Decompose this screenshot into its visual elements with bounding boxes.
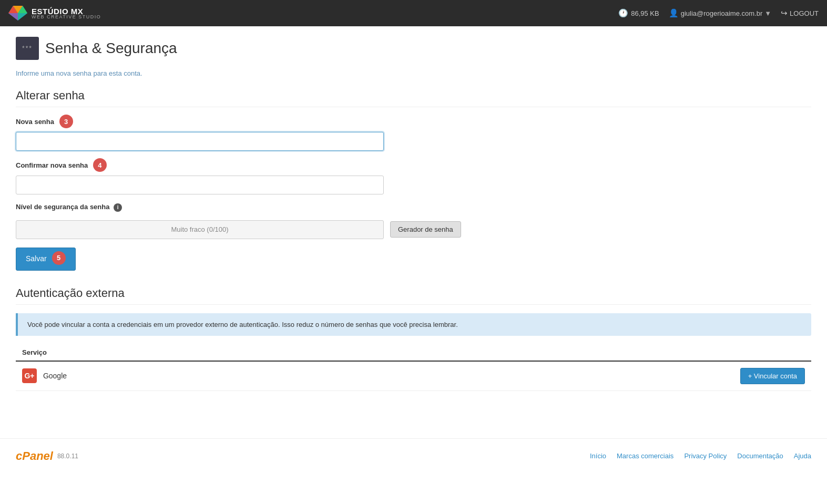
footer-links: Início Marcas comerciais Privacy Policy … [590,452,811,460]
logout-label: LOGOUT [790,9,819,17]
strength-bar-wrap: Muito fraco (0/100) [16,220,384,239]
google-service-name: Google [43,372,67,380]
confirm-password-group: Confirmar nova senha 4 [16,159,384,194]
footer-link-inicio[interactable]: Início [590,452,606,460]
action-cell: + Vincular conta [354,361,811,391]
table-row: G+ Google + Vincular conta [16,361,811,391]
clock-icon: 🕐 [618,8,628,18]
footer-link-privacy[interactable]: Privacy Policy [684,452,727,460]
new-password-group: Nova senha 3 [16,116,384,151]
external-auth-info-text: Você pode vincular a conta a credenciais… [27,321,458,328]
logo-icon [8,4,27,23]
cpanel-logo: cPanel [16,449,53,463]
strength-value: Muito fraco (0/100) [171,225,228,233]
top-navigation: ESTÚDIO MX WEB CREATIVE STUDIO 🕐 86,95 K… [0,0,827,26]
user-icon: 👤 [669,8,679,18]
step-3-badge: 3 [59,115,73,128]
confirm-password-label: Confirmar nova senha 4 [16,159,384,173]
external-auth-section: Autenticação externa Você pode vincular … [16,286,811,391]
service-column-header: Serviço [16,344,354,361]
google-icon: G+ [22,368,37,383]
services-table: Serviço G+ Google + Vincular conta [16,344,811,391]
footer-link-marcas[interactable]: Marcas comerciais [617,452,673,460]
password-generator-button[interactable]: Gerador de senha [390,221,461,238]
brand-text-group: ESTÚDIO MX WEB CREATIVE STUDIO [32,7,101,19]
svg-marker-5 [18,13,27,20]
step-4-badge: 4 [93,158,107,172]
file-size-value: 86,95 KB [631,9,659,17]
link-account-button[interactable]: + Vincular conta [740,368,805,384]
new-password-label: Nova senha 3 [16,116,384,129]
page-subtitle: Informe uma nova senha para esta conta. [16,69,811,77]
brand-sub: WEB CREATIVE STUDIO [32,14,101,19]
footer-link-ajuda[interactable]: Ajuda [794,452,811,460]
brand-area: ESTÚDIO MX WEB CREATIVE STUDIO [8,4,101,23]
external-auth-info: Você pode vincular a conta a credenciais… [16,313,811,336]
external-auth-heading: Autenticação externa [16,286,811,305]
step-5-badge: 5 [52,251,66,265]
confirm-password-input[interactable] [16,176,384,194]
footer: cPanel 88.0.11 Início Marcas comerciais … [0,438,827,474]
page-title-row: *** Senha & Segurança [16,37,811,60]
page-title: Senha & Segurança [45,40,177,57]
page-icon-box: *** [16,37,39,60]
user-email: giulia@rogerioaime.com.br [681,9,763,17]
strength-info-icon[interactable]: i [114,203,122,212]
footer-link-documentacao[interactable]: Documentação [737,452,783,460]
user-dropdown-icon[interactable]: ▼ [764,9,771,17]
cpanel-version: 88.0.11 [57,452,78,460]
user-info: 👤 giulia@rogerioaime.com.br ▼ [669,8,771,18]
logout-icon: ↪ [781,8,788,18]
strength-label: Nível de segurança da senha i [16,203,384,212]
new-password-input[interactable] [16,132,384,151]
password-strength-group: Nível de segurança da senha i [16,203,384,212]
logout-button[interactable]: ↪ LOGOUT [781,8,819,18]
topnav-right-area: 🕐 86,95 KB 👤 giulia@rogerioaime.com.br ▼… [618,8,819,18]
service-cell: G+ Google [16,361,354,391]
file-size-info: 🕐 86,95 KB [618,8,659,18]
action-column-header [354,344,811,361]
strength-bar: Muito fraco (0/100) [16,220,384,239]
cpanel-brand: cPanel 88.0.11 [16,449,78,463]
change-password-section: Alterar senha Nova senha 3 Confirmar nov… [16,89,811,286]
password-icon: *** [22,45,33,52]
svg-marker-4 [8,13,18,20]
main-content: *** Senha & Segurança Informe uma nova s… [0,26,827,417]
change-password-heading: Alterar senha [16,89,811,107]
strength-row: Muito fraco (0/100) Gerador de senha [16,220,811,239]
save-button[interactable]: Salvar 5 [16,248,76,271]
